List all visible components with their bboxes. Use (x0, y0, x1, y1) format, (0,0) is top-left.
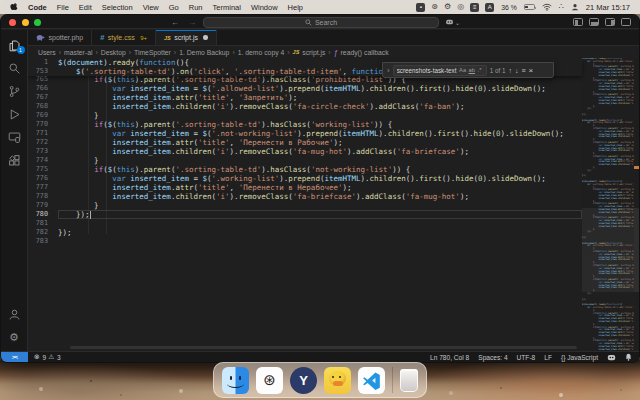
find-input[interactable]: screenshots-task-text Aaab.* (393, 65, 487, 76)
whole-word-toggle[interactable]: ab (469, 67, 475, 73)
status-encoding[interactable]: UTF-8 (517, 354, 536, 361)
status-cursor-position[interactable]: Ln 780, Col 8 (430, 354, 469, 361)
tab-spotter.php[interactable]: spotter.php (28, 30, 92, 45)
status-indentation[interactable]: Spaces: 4 (478, 354, 507, 361)
code-line[interactable]: 767 inserted_item.attr('title', 'Запрети… (28, 93, 582, 102)
code-line[interactable]: 776 var inserted_item = $('.working-list… (28, 174, 582, 183)
status-language-mode[interactable]: {} JavaScript (561, 354, 598, 361)
user-switch-icon[interactable] (571, 3, 579, 12)
notifications-bell-icon[interactable] (625, 353, 632, 361)
code-line[interactable]: 769 } (28, 111, 582, 120)
spinner-menubar-icon[interactable]: ◎ (457, 3, 464, 11)
trash-dock-icon[interactable] (400, 369, 418, 392)
menubar-item-window[interactable]: Window (251, 3, 278, 12)
navigate-forward-button[interactable]: → (188, 18, 196, 27)
menubar-item-run[interactable]: Run (189, 3, 203, 12)
keyboard-menubar-icon[interactable]: ≡ (470, 3, 479, 12)
code-line[interactable]: 779 } (28, 201, 582, 210)
minimap-slider[interactable] (582, 208, 634, 292)
code-line[interactable]: 775 if($(this).parent('.sorting-table-td… (28, 165, 582, 174)
code-line[interactable]: 777 inserted_item.attr('title', 'Перенес… (28, 183, 582, 192)
zoom-window-button[interactable] (34, 19, 41, 26)
toggle-replace-chevron[interactable]: › (387, 66, 390, 75)
problems-status[interactable]: ⊗ 9 ⚠ 3 (34, 353, 61, 361)
activity-accounts-icon[interactable] (1, 303, 28, 326)
tab-script.js[interactable]: JSscript.js (156, 30, 217, 45)
code-line[interactable]: 771 var inserted_item = $('.not-working-… (28, 129, 582, 138)
code-line[interactable]: 770 if($(this).parent('.sorting-table-td… (28, 120, 582, 129)
yandex-dock-icon[interactable]: Y (290, 367, 317, 394)
activity-extensions-icon[interactable] (1, 149, 28, 172)
menubar-item-view[interactable]: View (143, 3, 159, 12)
screen-share-icon[interactable]: ▪ (416, 3, 425, 12)
breadcrumb-item[interactable]: master-al (64, 49, 92, 56)
minimize-window-button[interactable] (22, 19, 29, 26)
menubar-item-edit[interactable]: Edit (79, 3, 92, 12)
regex-toggle[interactable]: .* (478, 67, 482, 73)
remote-indicator[interactable]: >< (1, 352, 28, 362)
copilot-menu-button[interactable]: ⌄ (445, 17, 460, 27)
menubar-item-terminal[interactable]: Terminal (213, 3, 241, 12)
apple-menu-icon[interactable] (10, 2, 18, 13)
chatgpt-menubar-icon[interactable]: ⊛ (431, 3, 438, 11)
menubar-item-go[interactable]: Go (169, 3, 179, 12)
input-source-icon[interactable]: A (485, 3, 494, 12)
menubar-item-code[interactable]: Code (28, 3, 47, 12)
breadcrumb-item[interactable]: Users (38, 49, 56, 56)
vertical-scrollbar[interactable] (634, 58, 639, 351)
code-line[interactable]: 781 (28, 219, 582, 228)
code-line[interactable]: 766 var inserted_item = $('.allowed-list… (28, 84, 582, 93)
scrollbar-thumb[interactable] (634, 208, 639, 292)
activity-settings-gear-icon[interactable]: ⚙ (1, 326, 28, 349)
breadcrumb-item[interactable]: script.js (302, 49, 325, 56)
code-line[interactable]: 783 (28, 237, 582, 246)
menubar-clock[interactable]: 21 Mar 15:17 (586, 3, 630, 12)
toggle-secondary-sidebar-button[interactable] (605, 18, 615, 26)
code-editor[interactable]: 764 }765 if($(this).parent('.sorting-tab… (28, 58, 639, 351)
activity-source-control-icon[interactable] (1, 80, 28, 103)
menubar-item-selection[interactable]: Selection (102, 3, 133, 12)
breadcrumb-item[interactable]: Desktop (101, 49, 126, 56)
code-line[interactable]: 778 inserted_item.children('i').removeCl… (28, 192, 582, 201)
navigate-back-button[interactable]: ← (171, 18, 179, 27)
breadcrumb-item[interactable]: 1. demo copy 4 (238, 49, 284, 56)
duck-dock-icon[interactable] (324, 367, 351, 394)
gear-menubar-icon[interactable]: ⚙ (444, 3, 451, 11)
chatgpt-dock-icon[interactable]: ⊛ (256, 367, 283, 394)
toggle-sidebar-button[interactable] (573, 18, 583, 26)
code-line[interactable]: 772 inserted_item.attr('title', 'Перенес… (28, 138, 582, 147)
breadcrumb-item[interactable]: ready() callback (341, 49, 389, 56)
toggle-panel-button[interactable] (589, 18, 599, 26)
minimap[interactable]: $(document).ready(function(){ $('.sortin… (582, 58, 634, 351)
activity-explorer-icon[interactable]: 1 (1, 34, 28, 57)
activity-run-debug-icon[interactable] (1, 103, 28, 126)
close-window-button[interactable] (9, 19, 16, 26)
code-line[interactable]: 773 inserted_item.children('i').removeCl… (28, 147, 582, 156)
command-center-search[interactable]: Search (203, 17, 439, 28)
find-in-selection-button[interactable]: ≡ (521, 67, 525, 74)
battery-percent[interactable]: 36 % (501, 4, 517, 11)
customize-layout-button[interactable] (621, 18, 631, 26)
code-line[interactable]: 782}); (28, 228, 582, 237)
vscode-dock-icon[interactable] (358, 367, 385, 394)
horizontal-scrollbar[interactable] (70, 346, 577, 349)
find-previous-button[interactable]: ↑ (508, 67, 512, 74)
menubar-item-help[interactable]: Help (288, 3, 303, 12)
status-eol[interactable]: LF (544, 354, 552, 361)
finder-dock-icon[interactable] (222, 367, 249, 394)
code-line[interactable]: 774 } (28, 156, 582, 165)
menubar-item-file[interactable]: File (57, 3, 69, 12)
code-line[interactable]: 768 inserted_item.children('i').removeCl… (28, 102, 582, 111)
close-find-button[interactable]: × (529, 66, 534, 75)
breadcrumb-item[interactable]: 1. Demo Backup (179, 49, 229, 56)
battery-icon[interactable] (524, 4, 535, 10)
match-case-toggle[interactable]: Aa (459, 67, 466, 73)
wifi-icon[interactable] (542, 3, 552, 12)
breadcrumb[interactable]: Users›master-al›Desktop›TimeSpotter›1. D… (28, 46, 639, 58)
breadcrumb-item[interactable]: TimeSpotter (134, 49, 171, 56)
activity-remote-explorer-icon[interactable] (1, 126, 28, 149)
find-next-button[interactable]: ↓ (515, 67, 519, 74)
tab-style.css[interactable]: #style.css9+ (92, 30, 156, 45)
copilot-status-icon[interactable] (607, 354, 616, 361)
activity-search-icon[interactable] (1, 57, 28, 80)
